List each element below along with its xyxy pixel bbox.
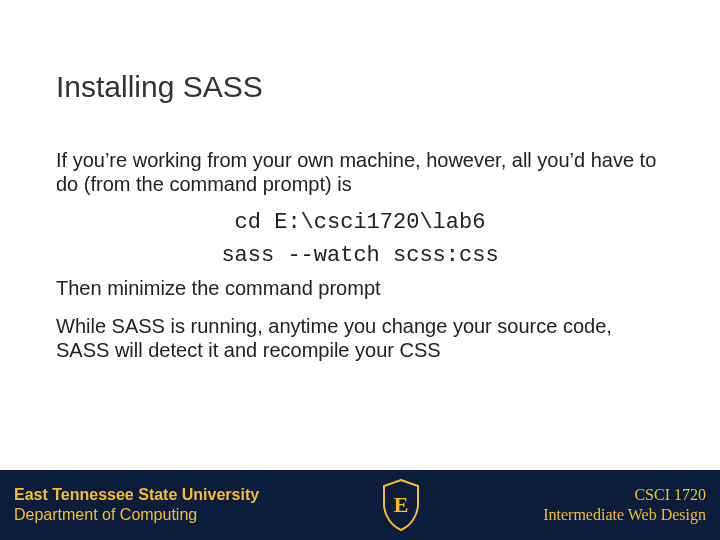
paragraph-recompile: While SASS is running, anytime you chang… (56, 314, 664, 362)
footer-left-line1: East Tennessee State University (14, 485, 259, 505)
footer-right-line1: CSCI 1720 (543, 485, 706, 505)
footer-left: East Tennessee State University Departme… (14, 485, 259, 525)
slide-body: If you’re working from your own machine,… (56, 148, 664, 376)
footer-right: CSCI 1720 Intermediate Web Design (543, 485, 706, 525)
logo-letter: E (394, 492, 409, 517)
paragraph-intro: If you’re working from your own machine,… (56, 148, 664, 196)
code-line-sass: sass --watch scss:css (56, 243, 664, 268)
paragraph-minimize: Then minimize the command prompt (56, 276, 664, 300)
slide: Installing SASS If you’re working from y… (0, 0, 720, 540)
code-line-cd: cd E:\csci1720\lab6 (56, 210, 664, 235)
footer-left-line2: Department of Computing (14, 505, 259, 525)
footer-inner: East Tennessee State University Departme… (0, 470, 720, 540)
footer-right-line2: Intermediate Web Design (543, 505, 706, 525)
slide-footer: East Tennessee State University Departme… (0, 470, 720, 540)
slide-title: Installing SASS (56, 70, 263, 104)
etsu-logo-icon: E (378, 478, 424, 532)
